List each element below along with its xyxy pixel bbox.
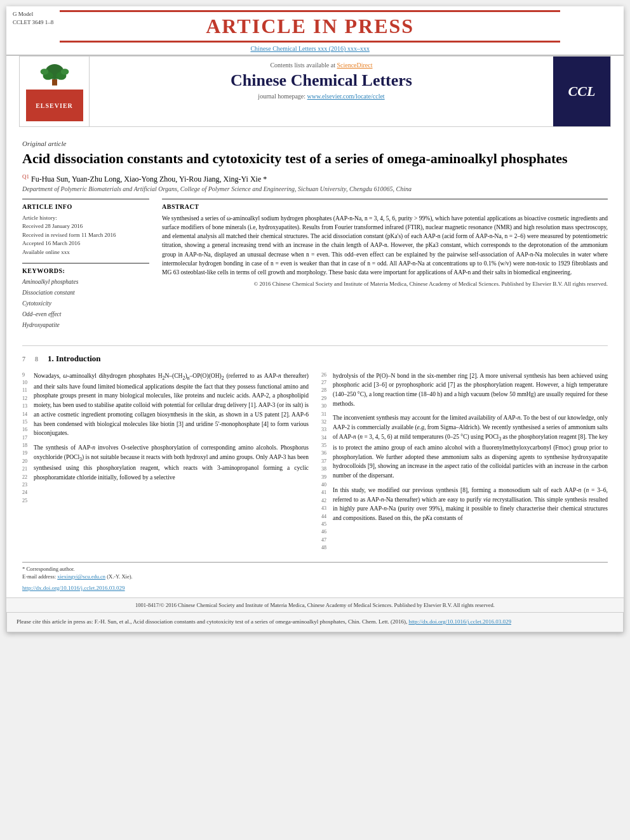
keyword-3: Cytotoxicity [22, 298, 149, 309]
ln-16: 16 [22, 426, 31, 434]
ln-42: 42 [321, 497, 330, 505]
right-line-numbers: 26 27 28 29 30 31 32 33 34 35 36 37 38 3… [321, 371, 330, 552]
journal-header: ELSEVIER Contents lists available at Sci… [19, 56, 611, 127]
right-text-col: hydrolysis of the P(O)–N bond in the six… [333, 371, 608, 552]
ln-20: 20 [22, 458, 31, 465]
revised-date: Received in revised form 11 March 2016 [22, 231, 149, 240]
ln-32: 32 [321, 418, 330, 426]
homepage-url[interactable]: www.elsevier.com/locate/cclet [307, 93, 385, 100]
article-in-press-section: ARTICLE IN PRESS Chinese Chemical Letter… [53, 10, 566, 52]
ln-15: 15 [22, 418, 31, 426]
ln-30: 30 [321, 403, 330, 410]
history-heading: Article history: [22, 214, 149, 223]
article-info-heading: ARTICLE INFO [22, 203, 149, 210]
ln-36: 36 [321, 450, 330, 457]
affiliation: Department of Polymeric Biomaterials and… [22, 185, 608, 192]
citation-doi-link[interactable]: http://dx.doi.org/10.1016/j.cclet.2016.0… [408, 618, 511, 625]
email-address[interactable]: xiexingyi@scu.edu.cn [57, 573, 105, 580]
bottom-bar: 1001-8417/© 2016 Chinese Chemical Societ… [6, 597, 624, 612]
keywords-section: Keywords: Aminoalkyl phosphates Dissocia… [22, 263, 149, 331]
journal-ref[interactable]: Chinese Chemical Letters xxx (2016) xxx–… [60, 45, 560, 52]
email-suffix: (X.-Y. Xie). [107, 573, 132, 580]
journal-center: Contents lists available at ScienceDirec… [90, 57, 553, 126]
keywords-list: Aminoalkyl phosphates Dissociation const… [22, 277, 149, 331]
article-body: Original article Acid dissociation const… [6, 133, 624, 597]
keyword-2: Dissociation constant [22, 288, 149, 298]
homepage-line: journal homepage: www.elsevier.com/locat… [99, 93, 544, 100]
article-in-press-title: ARTICLE IN PRESS [60, 10, 560, 43]
ln-21: 21 [22, 465, 31, 473]
ln-39: 39 [321, 474, 330, 481]
ln-24: 24 [22, 489, 31, 497]
ln-35: 35 [321, 442, 330, 450]
intro-left-para2: The synthesis of AAP-n involves O-select… [34, 443, 309, 482]
cclet-label: CCLET 3649 1–8 [13, 18, 53, 27]
ln-34: 34 [321, 434, 330, 442]
line-num-8: 8 [35, 356, 44, 363]
keyword-4: Odd–even effect [22, 309, 149, 320]
authors-names: Fu-Hua Sun, Yuan-Zhu Long, Xiao-Yong Zho… [31, 175, 267, 183]
svg-point-5 [60, 69, 69, 75]
main-content: 9 10 11 12 13 14 15 16 17 18 19 20 21 22… [22, 371, 608, 552]
sciencedirect-link[interactable]: ScienceDirect [337, 62, 372, 69]
page: G Model CCLET 3649 1–8 ARTICLE IN PRESS … [6, 6, 624, 632]
left-text-col: Nowadays, ω-aminoalkyl dihydrogen phosph… [34, 371, 309, 552]
ln-47: 47 [321, 537, 330, 544]
ln-12: 12 [22, 395, 31, 403]
ln-43: 43 [321, 505, 330, 512]
ln-14: 14 [22, 411, 31, 418]
ln-44: 44 [321, 513, 330, 521]
section-1-heading: 1. Introduction [48, 354, 101, 364]
ln-18: 18 [22, 442, 31, 450]
g-model-label: G Model [13, 10, 53, 18]
right-content-col: 26 27 28 29 30 31 32 33 34 35 36 37 38 3… [321, 371, 608, 552]
abstract-col: ABSTRACT We synthesised a series of ω-am… [162, 199, 608, 338]
article-type: Original article [22, 140, 608, 147]
footnote-area: * Corresponding author. E-mail address: … [22, 562, 608, 582]
keyword-5: Hydroxyapatite [22, 320, 149, 331]
ln-26: 26 [321, 371, 330, 379]
ln-13: 13 [22, 403, 31, 410]
email-line: E-mail address: xiexingyi@scu.edu.cn (X.… [22, 573, 608, 581]
keywords-heading: Keywords: [22, 267, 149, 274]
ccl-logo: CCL [568, 83, 596, 100]
ln-40: 40 [321, 481, 330, 489]
received-date: Received 28 January 2016 [22, 222, 149, 231]
email-label: E-mail address: [22, 573, 56, 580]
ln-19: 19 [22, 450, 31, 457]
elsevier-logo: ELSEVIER [26, 90, 83, 121]
journal-logo-left: ELSEVIER [20, 57, 90, 126]
accepted-date: Accepted 16 March 2016 [22, 239, 149, 248]
ln-23: 23 [22, 481, 31, 489]
intro-right-para3: In this study, we modified our previous … [333, 486, 608, 523]
left-content-col: 9 10 11 12 13 14 15 16 17 18 19 20 21 22… [22, 371, 309, 552]
ln-28: 28 [321, 387, 330, 394]
ln-33: 33 [321, 426, 330, 434]
journal-logo-right: CCL [553, 57, 610, 126]
left-line-numbers: 9 10 11 12 13 14 15 16 17 18 19 20 21 22… [22, 371, 31, 552]
doi-link[interactable]: http://dx.doi.org/10.1016/j.cclet.2016.0… [22, 585, 608, 591]
corresponding-label: * Corresponding author. [22, 566, 74, 572]
ln-10: 10 [22, 379, 31, 387]
article-title: Acid dissociation constants and cytotoxi… [22, 150, 608, 168]
intro-right-para2: The inconvenient synthesis may account f… [333, 413, 608, 480]
article-history: Article history: Received 28 January 201… [22, 214, 149, 257]
abstract-section: ABSTRACT We synthesised a series of ω-am… [162, 199, 608, 288]
svg-rect-0 [52, 79, 57, 86]
ln-31: 31 [321, 411, 330, 418]
ln-27: 27 [321, 379, 330, 387]
section-divider [22, 345, 608, 346]
ln-25: 25 [22, 497, 31, 505]
citation-text: Please cite this article in press as: F.… [17, 618, 407, 625]
ln-9: 9 [22, 371, 31, 379]
abstract-heading: ABSTRACT [162, 203, 608, 210]
contents-label: Contents lists available at [270, 62, 335, 69]
ln-11: 11 [22, 387, 31, 394]
article-info-box: ARTICLE INFO Article history: Received 2… [22, 199, 149, 257]
online-date: Available online xxx [22, 248, 149, 257]
info-abstract-section: ARTICLE INFO Article history: Received 2… [22, 199, 608, 338]
ln-46: 46 [321, 528, 330, 536]
intro-left-para1: Nowadays, ω-aminoalkyl dihydrogen phosph… [34, 371, 309, 438]
intro-right-para1: hydrolysis of the P(O)–N bond in the six… [333, 371, 608, 409]
elsevier-tree-icon [32, 62, 77, 87]
